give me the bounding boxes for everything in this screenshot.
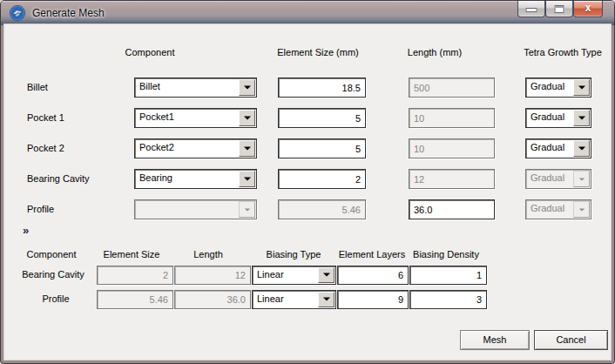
biasing-type-combo-profile[interactable]: Linear <box>252 290 336 309</box>
biasing-element-size-bearing <box>97 266 173 285</box>
window-title: Generate Mesh <box>32 7 105 19</box>
maximize-icon <box>555 5 564 13</box>
component-combo-profile <box>134 199 257 219</box>
biasing-header-biasing-density: Biasing Density <box>413 249 479 260</box>
length-input-pocket2 <box>409 138 495 158</box>
chevron-down-icon[interactable] <box>239 171 255 187</box>
biasing-header-component: Component <box>27 249 77 260</box>
chevron-down-icon[interactable] <box>318 292 335 307</box>
row-label-billet: Billet <box>27 82 48 92</box>
element-size-input-bearing[interactable] <box>278 169 366 189</box>
component-combo-billet[interactable]: Billet <box>134 78 257 98</box>
length-input-bearing <box>409 169 495 189</box>
chevron-down-icon[interactable] <box>573 79 590 96</box>
biasing-header-element-layers: Element Layers <box>339 249 405 260</box>
cancel-button[interactable]: Cancel <box>534 330 608 350</box>
expander-chevrons[interactable]: » <box>23 224 30 237</box>
component-combo-pocket1[interactable]: Pocket1 <box>134 108 257 128</box>
maximize-button[interactable] <box>545 1 573 17</box>
component-combo-bearing[interactable]: Bearing <box>134 169 257 189</box>
row-label-pocket2: Pocket 2 <box>27 143 64 153</box>
chevron-down-icon <box>239 201 255 218</box>
chevron-down-icon[interactable] <box>239 140 255 157</box>
generate-mesh-dialog: Generate Mesh x Component Element Size (… <box>0 0 615 364</box>
chevron-down-icon[interactable] <box>573 110 590 126</box>
biasing-header-biasing-type: Biasing Type <box>267 249 321 260</box>
element-layers-input-bearing[interactable] <box>337 266 409 285</box>
header-component: Component <box>125 47 175 57</box>
close-button[interactable]: x <box>573 1 603 17</box>
biasing-length-profile <box>174 290 251 309</box>
length-input-pocket1 <box>409 108 495 128</box>
biasing-density-input-profile[interactable] <box>409 290 487 309</box>
length-input-billet <box>409 78 495 98</box>
chevron-down-icon[interactable] <box>573 140 590 157</box>
growth-combo-pocket2[interactable]: Gradual <box>525 138 591 158</box>
header-element-size: Element Size (mm) <box>277 47 359 57</box>
dialog-body <box>4 24 611 360</box>
growth-combo-bearing: Gradual <box>525 169 591 189</box>
element-size-input-pocket2[interactable] <box>278 138 366 158</box>
chevron-down-icon[interactable] <box>239 110 255 126</box>
biasing-row-label-bearing: Bearing Cavity <box>22 269 84 280</box>
biasing-header-element-size: Element Size <box>104 249 160 260</box>
row-label-pocket1: Pocket 1 <box>27 112 64 123</box>
minimize-icon <box>526 8 537 12</box>
element-size-input-profile <box>278 199 366 219</box>
header-tetra-growth-type: Tetra Growth Type <box>524 47 602 57</box>
growth-combo-billet[interactable]: Gradual <box>525 78 591 98</box>
length-input-profile[interactable] <box>409 199 495 219</box>
element-size-input-billet[interactable] <box>278 78 366 98</box>
growth-combo-pocket1[interactable]: Gradual <box>525 108 591 128</box>
chevron-down-icon[interactable] <box>318 267 335 283</box>
biasing-length-bearing <box>174 266 251 285</box>
component-combo-pocket2[interactable]: Pocket2 <box>134 138 257 158</box>
mesh-button[interactable]: Mesh <box>460 330 530 350</box>
biasing-density-input-bearing[interactable] <box>409 266 487 285</box>
growth-combo-profile: Gradual <box>525 199 591 219</box>
app-icon <box>10 5 25 21</box>
close-icon: x <box>574 2 602 14</box>
biasing-row-label-profile: Profile <box>42 293 69 304</box>
row-label-profile: Profile <box>27 204 54 214</box>
minimize-button[interactable] <box>517 1 545 17</box>
title-bar[interactable]: Generate Mesh x <box>1 1 614 25</box>
element-size-input-pocket1[interactable] <box>278 108 366 128</box>
chevron-down-icon <box>573 171 590 187</box>
chevron-down-icon <box>573 201 590 218</box>
biasing-type-combo-bearing[interactable]: Linear <box>252 266 336 285</box>
biasing-header-length: Length <box>193 249 223 260</box>
chevron-down-icon[interactable] <box>239 79 255 96</box>
row-label-bearing-cavity: Bearing Cavity <box>27 173 90 184</box>
biasing-element-size-profile <box>97 290 173 309</box>
header-length: Length (mm) <box>408 47 462 57</box>
element-layers-input-profile[interactable] <box>337 290 409 309</box>
